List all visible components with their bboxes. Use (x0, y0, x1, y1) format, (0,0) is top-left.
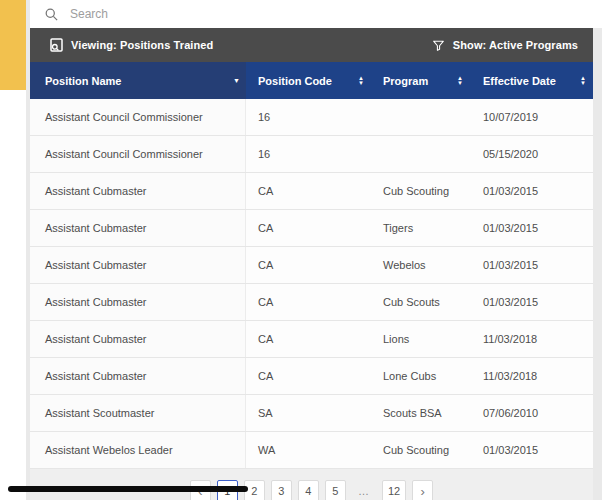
page-button-3[interactable]: 3 (271, 480, 292, 500)
table-cell: CA (246, 210, 375, 246)
column-header-effective-date[interactable]: Effective Date ▲▼ (470, 62, 593, 99)
table-cell: 01/03/2015 (470, 284, 593, 320)
viewing-label: Viewing: Positions Trained (71, 39, 213, 51)
table-row: Assistant Webelos LeaderWACub Scouting01… (30, 432, 593, 469)
search-icon (44, 7, 59, 22)
table-cell: CA (246, 358, 375, 394)
table-cell: CA (246, 173, 375, 209)
search-bar (30, 0, 602, 28)
page-button-5[interactable]: 5 (325, 480, 346, 500)
column-label: Effective Date (483, 75, 556, 87)
table-row: Assistant CubmasterCALone Cubs11/03/2018 (30, 358, 593, 395)
table-row: Assistant CubmasterCACub Scouting01/03/2… (30, 173, 593, 210)
sort-desc-icon[interactable]: ▼ (233, 77, 240, 84)
table-cell: CA (246, 321, 375, 357)
table-row: Assistant CubmasterCATigers01/03/2015 (30, 210, 593, 247)
table-cell: 11/03/2018 (470, 321, 593, 357)
toolbar: Viewing: Positions Trained Show: Active … (30, 28, 593, 62)
table-row: Assistant Council Commissioner1610/07/20… (30, 99, 593, 136)
table-row: Assistant ScoutmasterSAScouts BSA07/06/2… (30, 395, 593, 432)
sort-icon[interactable]: ▲▼ (457, 76, 463, 86)
viewing-selector[interactable]: Viewing: Positions Trained (50, 38, 213, 52)
column-label: Position Name (45, 75, 121, 87)
table-cell: SA (246, 395, 375, 431)
pagination: ‹12345…12› (30, 469, 593, 500)
table-cell: Assistant Scoutmaster (30, 395, 246, 431)
column-header-program[interactable]: Program ▲▼ (375, 62, 470, 99)
page-ellipsis: … (352, 480, 376, 500)
table-cell: Assistant Council Commissioner (30, 99, 246, 135)
table-row: Assistant CubmasterCAWebelos01/03/2015 (30, 247, 593, 284)
search-input[interactable] (68, 6, 372, 22)
table-cell: Lions (375, 321, 470, 357)
table-cell: 01/03/2015 (470, 247, 593, 283)
table-cell: Scouts BSA (375, 395, 470, 431)
table-cell: Assistant Cubmaster (30, 210, 246, 246)
table-cell: Cub Scouts (375, 284, 470, 320)
filter-icon (432, 39, 445, 52)
table-cell: CA (246, 247, 375, 283)
table-cell: 05/15/2020 (470, 136, 593, 172)
table-cell: Assistant Cubmaster (30, 284, 246, 320)
table-body: Assistant Council Commissioner1610/07/20… (30, 99, 593, 469)
sort-icon[interactable]: ▲▼ (580, 76, 586, 86)
table-cell: Cub Scouting (375, 173, 470, 209)
show-filter[interactable]: Show: Active Programs (432, 39, 578, 52)
table-cell: Webelos (375, 247, 470, 283)
table-cell: 11/03/2018 (470, 358, 593, 394)
table-row: Assistant Council Commissioner1605/15/20… (30, 136, 593, 173)
table-header: Position Name ▼ Position Code ▲▼ Program… (30, 62, 593, 99)
table-cell: Assistant Council Commissioner (30, 136, 246, 172)
table-cell: 10/07/2019 (470, 99, 593, 135)
accent-bar (0, 0, 26, 90)
table-cell: WA (246, 432, 375, 468)
table-row: Assistant CubmasterCALions11/03/2018 (30, 321, 593, 358)
column-header-position-code[interactable]: Position Code ▲▼ (246, 62, 375, 99)
table-cell: 16 (246, 99, 375, 135)
table-cell: Tigers (375, 210, 470, 246)
find-in-page-icon (50, 38, 63, 52)
table-cell: 16 (246, 136, 375, 172)
redaction-bar (8, 486, 248, 492)
table-cell: Lone Cubs (375, 358, 470, 394)
sort-icon[interactable]: ▲▼ (358, 76, 364, 86)
column-label: Program (383, 75, 428, 87)
table-cell: Assistant Webelos Leader (30, 432, 246, 468)
table-cell: 01/03/2015 (470, 432, 593, 468)
table-cell (375, 99, 470, 135)
table-cell: Assistant Cubmaster (30, 173, 246, 209)
column-header-position-name[interactable]: Position Name ▼ (30, 62, 246, 99)
table-cell: 01/03/2015 (470, 210, 593, 246)
table-cell: 01/03/2015 (470, 173, 593, 209)
content-card: Viewing: Positions Trained Show: Active … (30, 0, 602, 500)
next-page-button[interactable]: › (412, 480, 433, 500)
table-cell: Assistant Cubmaster (30, 358, 246, 394)
app-screen: Viewing: Positions Trained Show: Active … (0, 0, 602, 500)
table-cell: CA (246, 284, 375, 320)
page-button-4[interactable]: 4 (298, 480, 319, 500)
page-button-12[interactable]: 12 (382, 480, 406, 500)
column-label: Position Code (258, 75, 332, 87)
table-cell: Assistant Cubmaster (30, 321, 246, 357)
table-row: Assistant CubmasterCACub Scouts01/03/201… (30, 284, 593, 321)
table-cell: Assistant Cubmaster (30, 247, 246, 283)
table-cell: Cub Scouting (375, 432, 470, 468)
table-cell (375, 136, 470, 172)
show-label: Show: Active Programs (453, 39, 578, 51)
table-cell: 07/06/2010 (470, 395, 593, 431)
